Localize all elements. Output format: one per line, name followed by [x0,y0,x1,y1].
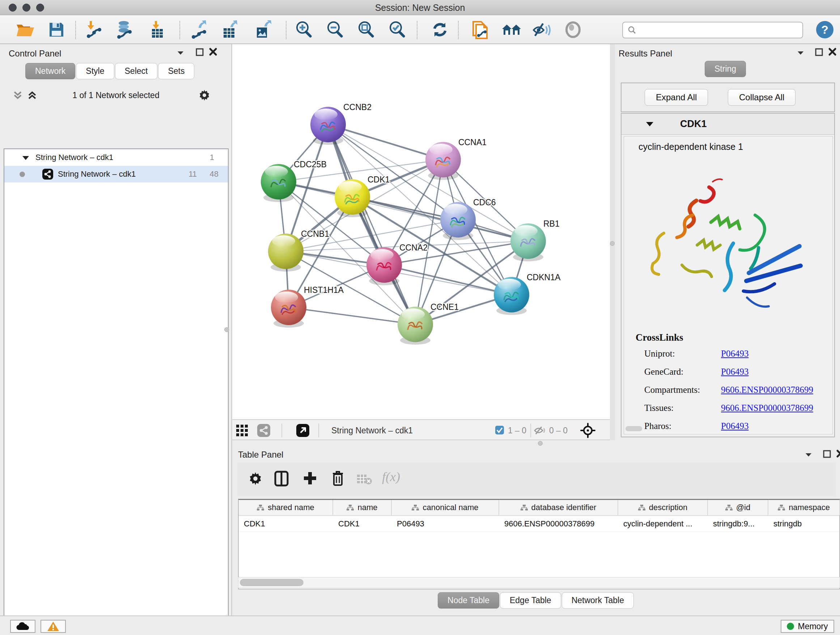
preview-icon[interactable] [563,19,583,40]
node-CDKN1A[interactable]: CDKN1A [494,272,561,315]
node-card-header[interactable]: CDK1 [622,114,834,135]
edge-CCNB2-CCNA1[interactable] [328,125,443,160]
network-collection-row[interactable]: String Network – cdk1 1 [4,149,228,166]
tab-network[interactable]: Network [25,63,75,79]
node-CDC25B[interactable]: CDC25B [261,160,327,202]
import-network-file-icon[interactable] [83,19,103,40]
tab-edge-table[interactable]: Edge Table [500,592,561,608]
crosslink-link[interactable]: 9606.ENSP00000378699 [721,385,813,395]
tab-node-table[interactable]: Node Table [438,592,499,608]
string-network-graph[interactable]: CCNB2CCNA1CDC25BCDK1CDC6RB1CCNB1CCNA2CDK… [232,44,610,419]
current-network-dot-icon [19,172,25,177]
expand-all-button[interactable]: Expand All [645,89,708,106]
refresh-icon[interactable] [430,19,450,40]
node-HIST1H1A[interactable]: HIST1H1A [271,285,344,328]
crosslink-link[interactable]: P06493 [721,421,748,431]
node-card-collapse-icon[interactable] [645,120,654,128]
delete-column-trash-icon[interactable] [331,470,345,486]
table-options-gear-icon[interactable] [248,471,263,486]
tab-string[interactable]: String [705,61,746,77]
manage-protocols-icon[interactable] [470,19,491,40]
control-panel-splitter-grip[interactable] [224,327,229,332]
table-cell[interactable]: stringdb [768,516,840,532]
export-network-icon[interactable] [189,19,209,40]
tab-select[interactable]: Select [115,63,158,79]
table-panel-close-icon[interactable] [836,449,840,458]
column-type-icon [638,504,645,511]
cloud-status-button[interactable] [10,620,35,633]
edge-CCNA2-CDKN1A[interactable] [384,265,512,295]
help-icon[interactable]: ? [815,19,835,40]
birdseye-view-icon[interactable] [296,424,309,437]
column-header[interactable]: shared name [239,500,333,515]
results-panel-close-icon[interactable] [828,47,837,57]
collapse-all-button[interactable]: Collapse All [728,89,796,106]
table-cell[interactable]: cyclin-dependent ... [618,516,708,532]
node-CDC6[interactable]: CDC6 [440,198,496,240]
fit-selected-crosshair-icon[interactable] [580,423,595,438]
splitter-grip[interactable] [610,241,615,246]
warning-status-button[interactable] [41,620,66,633]
card-hscroll-thumb[interactable] [625,426,642,431]
node-RB1[interactable]: RB1 [510,219,560,261]
show-columns-icon[interactable] [274,470,289,486]
tab-style[interactable]: Style [76,63,114,79]
node-CCNA1[interactable]: CCNA1 [425,138,486,180]
open-session-icon[interactable] [15,19,35,40]
table-hscroll-thumb[interactable] [240,579,303,586]
home-networks-icon[interactable] [501,19,522,40]
table-cell[interactable]: 9606.ENSP00000378699 [499,516,618,532]
save-session-icon[interactable] [46,19,66,40]
crosslink-link[interactable]: P06493 [721,367,748,377]
edge-HIST1H1A-CCNE1[interactable] [289,307,415,325]
control-panel-close-icon[interactable] [208,47,218,57]
table-cell[interactable]: stringdb:9... [708,516,768,532]
zoom-in-icon[interactable] [294,19,314,40]
table-cell[interactable]: CDK1 [333,516,392,532]
network-panel-options-gear-icon[interactable] [198,89,210,101]
column-header[interactable]: description [618,500,708,515]
control-panel-float-icon[interactable] [195,48,204,57]
node-table[interactable]: shared namenamecanonical namedatabase id… [238,499,840,589]
import-network-database-icon[interactable] [114,19,134,40]
column-header[interactable]: database identifier [499,500,618,515]
splitter-grip[interactable] [538,441,543,446]
table-panel-menu-icon[interactable] [804,450,813,459]
tab-sets[interactable]: Sets [158,63,194,79]
export-table-icon[interactable] [220,19,240,40]
zoom-fit-icon[interactable] [356,19,376,40]
export-image-icon[interactable] [253,19,273,40]
crosslink-link[interactable]: P06493 [721,348,748,359]
tab-network-table[interactable]: Network Table [562,592,634,608]
network-view-canvas[interactable]: CCNB2CCNA1CDC25BCDK1CDC6RB1CCNB1CCNA2CDK… [232,44,610,419]
results-panel-float-icon[interactable] [815,48,823,57]
table-panel-float-icon[interactable] [823,450,831,458]
memory-button[interactable]: Memory [781,620,834,633]
create-column-plus-icon[interactable] [302,470,317,486]
network-share-view-icon[interactable] [257,424,271,437]
column-header[interactable]: canonical name [392,500,499,515]
hide-unhide-icon[interactable] [532,19,552,40]
zoom-selected-icon[interactable] [387,19,407,40]
table-cell[interactable]: P06493 [392,516,499,532]
crosslink-row: Tissues:9606.ENSP00000378699 [644,403,825,413]
column-header[interactable]: @id [708,500,768,515]
collection-expand-icon[interactable] [22,155,30,162]
grid-mode-icon[interactable] [236,424,248,437]
control-panel-menu-icon[interactable] [176,48,185,57]
zoom-out-icon[interactable] [325,19,345,40]
results-panel-menu-icon[interactable] [796,48,805,57]
node-CCNB1[interactable]: CCNB1 [268,229,329,272]
search-input[interactable] [637,25,792,35]
import-table-file-icon[interactable] [148,19,168,40]
node-CCNB2[interactable]: CCNB2 [310,103,371,145]
search-box[interactable] [622,22,803,38]
network-row-selected[interactable]: String Network – cdk1 11 48 [4,166,228,182]
table-row[interactable]: CDK1CDK1P064939606.ENSP00000378699cyclin… [239,516,839,532]
column-header[interactable]: name [333,500,392,515]
column-header[interactable]: namespace [768,500,840,515]
table-cell[interactable]: CDK1 [239,516,333,532]
table-hscrollbar[interactable] [238,577,840,588]
crosslink-link[interactable]: 9606.ENSP00000378699 [721,403,813,413]
results-panel-splitter[interactable] [610,44,615,446]
